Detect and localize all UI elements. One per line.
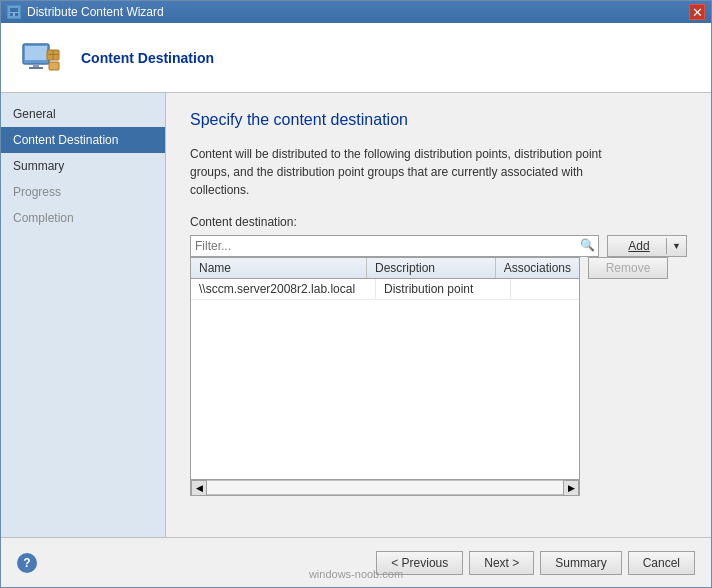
previous-button[interactable]: < Previous <box>376 551 463 575</box>
wizard-header: Content Destination <box>1 23 711 93</box>
header-title: Content Destination <box>81 50 214 66</box>
table-row[interactable]: \\sccm.server2008r2.lab.local Distributi… <box>191 279 579 300</box>
header-icon <box>17 34 65 82</box>
cancel-button[interactable]: Cancel <box>628 551 695 575</box>
content-area: Specify the content destination Content … <box>166 93 711 537</box>
info-text: Content will be distributed to the follo… <box>190 145 620 199</box>
col-header-associations: Associations <box>496 258 579 278</box>
footer-left: ? <box>17 553 37 573</box>
filter-wrap: 🔍 <box>190 235 599 257</box>
svg-rect-3 <box>15 13 18 16</box>
add-dropdown-arrow[interactable]: ▼ <box>666 238 686 254</box>
col-header-name: Name <box>191 258 367 278</box>
window-icon <box>7 5 21 19</box>
table-area-row: Name Description Associations \\sccm.ser… <box>190 257 687 496</box>
remove-button[interactable]: Remove <box>588 257 668 279</box>
cell-description: Distribution point <box>376 279 511 299</box>
add-button[interactable]: Add ▼ <box>607 235 687 257</box>
svg-rect-1 <box>10 8 18 12</box>
cell-associations <box>511 279 579 299</box>
search-icon: 🔍 <box>580 238 595 252</box>
right-buttons: Remove <box>588 257 668 279</box>
cell-name: \\sccm.server2008r2.lab.local <box>191 279 376 299</box>
sidebar-item-completion: Completion <box>1 205 165 231</box>
page-title: Specify the content destination <box>190 111 687 129</box>
window-title: Distribute Content Wizard <box>27 5 164 19</box>
dest-label: Content destination: <box>190 215 687 229</box>
col-header-description: Description <box>367 258 496 278</box>
footer-right: < Previous Next > Summary Cancel <box>376 551 695 575</box>
svg-rect-5 <box>25 46 47 60</box>
filter-row: 🔍 Add ▼ <box>190 235 687 257</box>
scroll-right-button[interactable]: ▶ <box>563 480 579 496</box>
table-container: Name Description Associations \\sccm.ser… <box>190 257 580 496</box>
next-button[interactable]: Next > <box>469 551 534 575</box>
title-bar-left: Distribute Content Wizard <box>7 5 164 19</box>
content-table: Name Description Associations \\sccm.ser… <box>190 257 580 496</box>
sidebar-item-content-destination[interactable]: Content Destination <box>1 127 165 153</box>
help-button[interactable]: ? <box>17 553 37 573</box>
summary-button[interactable]: Summary <box>540 551 621 575</box>
title-bar: Distribute Content Wizard ✕ <box>1 1 711 23</box>
wizard-footer: ? < Previous Next > Summary Cancel <box>1 537 711 587</box>
sidebar-item-general[interactable]: General <box>1 101 165 127</box>
close-button[interactable]: ✕ <box>689 4 705 20</box>
svg-rect-11 <box>49 62 59 70</box>
table-body: \\sccm.server2008r2.lab.local Distributi… <box>191 279 579 479</box>
filter-input[interactable] <box>190 235 599 257</box>
add-button-label: Add <box>608 239 666 253</box>
wizard-window: Distribute Content Wizard ✕ Content Dest… <box>0 0 712 588</box>
sidebar: General Content Destination Summary Prog… <box>1 93 166 537</box>
wizard-body: General Content Destination Summary Prog… <box>1 93 711 537</box>
svg-rect-7 <box>29 67 43 69</box>
table-scrollbar: ◀ ▶ <box>191 479 579 495</box>
sidebar-item-summary[interactable]: Summary <box>1 153 165 179</box>
sidebar-item-progress: Progress <box>1 179 165 205</box>
table-header: Name Description Associations <box>191 258 579 279</box>
scroll-track[interactable] <box>207 480 563 495</box>
svg-rect-2 <box>10 13 13 16</box>
scroll-left-button[interactable]: ◀ <box>191 480 207 496</box>
